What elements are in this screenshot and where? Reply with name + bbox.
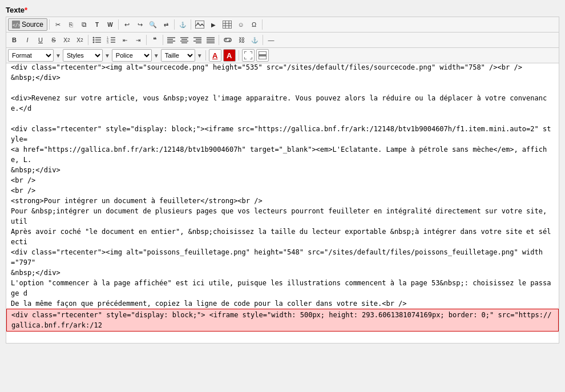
align-center-button[interactable]: [178, 34, 191, 46]
svg-point-9: [93, 37, 95, 39]
toolbar-separator-11: [239, 50, 239, 60]
editor-title: Texte: [6, 6, 25, 14]
toggle-icon: [259, 51, 267, 59]
source-button[interactable]: </> Source: [8, 18, 47, 31]
align-left-icon: [167, 37, 175, 43]
toolbar-separator-5: [88, 35, 88, 45]
svg-rect-37: [259, 51, 267, 55]
svg-text:3.: 3.: [107, 41, 109, 44]
source-icon: </>: [12, 21, 20, 29]
toggle-button[interactable]: [256, 49, 269, 62]
align-justify-button[interactable]: [204, 34, 217, 46]
underline-button[interactable]: U: [34, 34, 47, 46]
table-icon: [223, 21, 232, 29]
redo-button[interactable]: ↪: [134, 18, 146, 31]
align-justify-icon: [207, 37, 215, 43]
toolbar-separator-9: [263, 35, 263, 45]
toolbar-separator-8: [219, 35, 219, 45]
smiley-button[interactable]: ☺: [235, 18, 247, 31]
fullscreen-icon: [244, 51, 252, 59]
bg-color-button[interactable]: A: [223, 49, 236, 62]
content-wrapper: Vous souhaitez utiliser une affiche pour…: [6, 63, 559, 343]
taille-select[interactable]: Taille: [161, 49, 195, 62]
paste-word-button[interactable]: W: [104, 18, 116, 31]
flash-button[interactable]: ▶: [207, 18, 220, 31]
taille-dropdown-icon: ▼: [197, 52, 203, 59]
format-row: Format ▼ Styles ▼ Police ▼ Taille ▼ A A: [6, 48, 559, 63]
ol-button[interactable]: 1. 2. 3.: [104, 34, 118, 46]
svg-point-11: [93, 42, 95, 43]
svg-text:</>: </>: [13, 23, 20, 28]
align-center-icon: [180, 37, 188, 43]
toolbar-separator-2: [174, 19, 175, 30]
bold-button[interactable]: B: [8, 34, 21, 46]
toolbar-separator-3: [191, 19, 191, 30]
toolbar-separator-1: [118, 19, 119, 30]
police-select[interactable]: Police: [112, 49, 152, 62]
editor-container: </> Source ✂ ⎘ ⧉ T W ↩ ↪ 🔍 ⇄ ⚓ ▶: [6, 17, 559, 343]
toolbar-row-1: </> Source ✂ ⎘ ⧉ T W ↩ ↪ 🔍 ⇄ ⚓ ▶: [6, 17, 559, 33]
highlighted-line: <div class="rtecenter" style="display: b…: [6, 309, 559, 332]
toolbar-separator-10: [205, 50, 206, 60]
link-icon: [223, 36, 232, 44]
special-char-button[interactable]: Ω: [248, 18, 260, 31]
ol-icon: 1. 2. 3.: [107, 36, 116, 44]
source-label: Source: [22, 21, 43, 29]
ul-button[interactable]: [90, 34, 104, 46]
svg-point-10: [93, 39, 95, 41]
strikethrough-button[interactable]: S: [47, 34, 60, 46]
paste-button[interactable]: ⧉: [78, 18, 90, 31]
undo-button[interactable]: ↩: [120, 18, 133, 31]
italic-button[interactable]: I: [21, 34, 34, 46]
toolbar-separator-6: [146, 35, 147, 45]
anchor2-button[interactable]: ⚓: [248, 34, 261, 46]
editor-label-row: Texte*: [6, 6, 559, 14]
blockquote-button[interactable]: ❝: [148, 34, 161, 46]
replace-button[interactable]: ⇄: [160, 18, 172, 31]
svg-rect-4: [223, 21, 232, 29]
align-left-button[interactable]: [165, 34, 177, 46]
outdent-button[interactable]: ⇤: [119, 34, 131, 46]
link-button[interactable]: [221, 34, 235, 46]
svg-rect-38: [259, 56, 267, 59]
toolbar-separator-0: [49, 19, 50, 30]
required-star: *: [25, 6, 27, 14]
image-button[interactable]: [193, 18, 207, 31]
toolbar-row-2: B I U S X2 X2 1. 2. 3.: [6, 33, 559, 48]
anchor-button[interactable]: ⚓: [176, 18, 189, 31]
ul-icon: [92, 36, 102, 44]
format-dropdown-icon: ▼: [55, 52, 61, 59]
toolbar-separator-4: [262, 19, 263, 30]
subscript-button[interactable]: X2: [60, 34, 73, 46]
indent-button[interactable]: ⇥: [132, 34, 144, 46]
toolbar-separator-7: [163, 35, 163, 45]
superscript-button[interactable]: X2: [74, 34, 86, 46]
police-dropdown-icon: ▼: [154, 52, 159, 59]
cut-button[interactable]: ✂: [51, 18, 64, 31]
styles-dropdown-icon: ▼: [104, 52, 110, 59]
unlink-button[interactable]: ⛓: [235, 34, 248, 46]
align-right-icon: [193, 37, 201, 43]
align-right-button[interactable]: [191, 34, 204, 46]
content-area[interactable]: Vous souhaitez utiliser une affiche pour…: [6, 63, 559, 343]
format-select[interactable]: Format: [8, 49, 54, 62]
font-color-button[interactable]: A: [209, 49, 221, 62]
fullscreen-button[interactable]: [242, 49, 255, 62]
hr-button[interactable]: —: [265, 34, 277, 46]
styles-select[interactable]: Styles: [63, 49, 103, 62]
paste-text-button[interactable]: T: [91, 18, 103, 31]
find-button[interactable]: 🔍: [147, 18, 159, 31]
image-icon: [195, 21, 204, 29]
table-button[interactable]: [220, 18, 234, 31]
copy-button[interactable]: ⎘: [64, 18, 77, 31]
